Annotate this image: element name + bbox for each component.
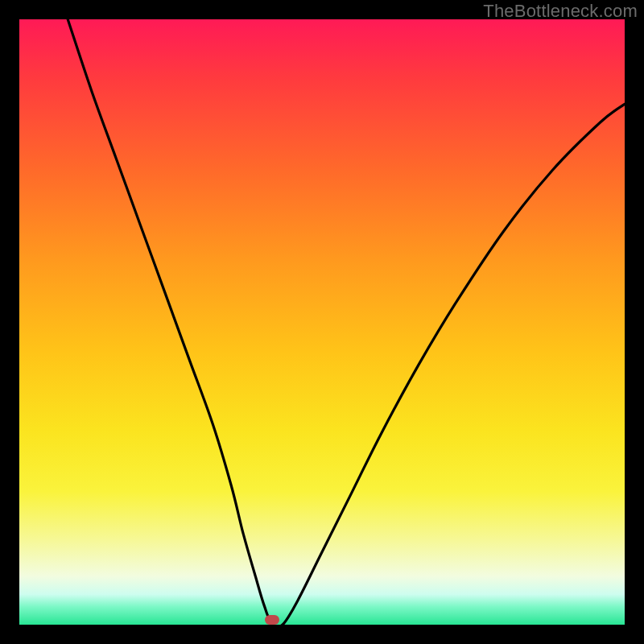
chart-stage: TheBottleneck.com	[0, 0, 644, 644]
watermark-text: TheBottleneck.com	[483, 1, 638, 22]
chart-frame-border	[0, 0, 644, 644]
